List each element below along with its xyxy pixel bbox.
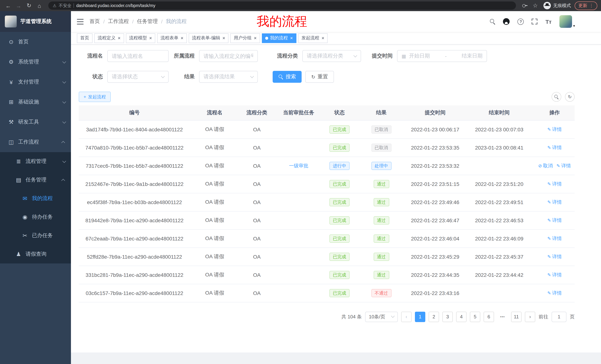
sidebar-item-payment-management[interactable]: ¥支付管理 <box>0 72 71 92</box>
address-bar[interactable]: ⚠ 不安全 dashboard.yudao.iocoder.cn/bpm/tas… <box>48 1 516 10</box>
cell-category: OA <box>239 284 274 302</box>
sidebar-item-infrastructure[interactable]: ⊞基础设施 <box>0 92 71 112</box>
cell-actions: ✎详情 <box>534 248 575 266</box>
browser-menu-icon[interactable]: ⋮ <box>589 3 594 8</box>
detail-link[interactable]: ✎详情 <box>547 271 562 278</box>
search-button[interactable]: 搜索 <box>273 71 302 83</box>
detail-link[interactable]: ✎详情 <box>547 217 562 224</box>
back-icon[interactable]: ← <box>4 1 13 10</box>
tab-process-form[interactable]: 流程表单× <box>157 33 187 43</box>
detail-link[interactable]: ✎详情 <box>547 181 562 187</box>
update-button[interactable]: 更新 ⋮ <box>575 1 597 10</box>
hamburger-icon[interactable] <box>77 19 84 24</box>
sidebar-item-workflow[interactable]: ◫工作流程 <box>0 132 71 152</box>
tab-label: 流程定义 <box>98 35 116 41</box>
page-size-select[interactable]: 10条/页 <box>365 312 398 322</box>
detail-link[interactable]: ✎详情 <box>547 290 562 296</box>
prev-page-button[interactable]: ‹ <box>401 312 411 322</box>
close-icon[interactable]: × <box>290 36 293 40</box>
tab-start-process[interactable]: 发起流程× <box>298 33 328 43</box>
tab-process-form-edit[interactable]: 流程表单-编辑× <box>189 33 229 43</box>
pager-button-4[interactable]: 4 <box>456 312 467 322</box>
github-icon[interactable] <box>503 18 510 25</box>
close-icon[interactable]: × <box>222 36 225 40</box>
cell-category: OA <box>239 157 274 175</box>
task-link[interactable]: 一级审批 <box>289 163 308 168</box>
tab-user-group[interactable]: 用户分组× <box>230 33 260 43</box>
sidebar-item-label: 请假查询 <box>26 251 65 258</box>
cell-end-time: 2022-01-22 23:44:42 <box>464 266 534 284</box>
pager-button-3[interactable]: 3 <box>442 312 453 322</box>
sidebar-item-done-tasks[interactable]: ✂已办任务 <box>0 226 71 245</box>
tab-my-process[interactable]: 我的流程× <box>262 33 296 43</box>
bookmark-star-icon[interactable]: ☆ <box>531 1 540 10</box>
font-size-icon[interactable]: Tᴛ <box>545 18 551 25</box>
process-def-input[interactable] <box>199 50 258 62</box>
breadcrumb-item[interactable]: 首页 <box>90 18 100 25</box>
close-icon[interactable]: × <box>149 36 152 40</box>
create-process-label: 发起流程 <box>88 94 106 100</box>
cell-result: 已取消 <box>356 138 406 157</box>
detail-link[interactable]: ✎详情 <box>547 253 562 260</box>
sidebar-item-dev-tools[interactable]: ⚒研发工具 <box>0 112 71 132</box>
detail-link[interactable]: ✎详情 <box>547 126 562 133</box>
chevron-down-icon <box>62 80 66 83</box>
close-icon[interactable]: × <box>118 36 120 40</box>
detail-link[interactable]: ✎详情 <box>547 235 562 242</box>
browser-toolbar: ← → ↻ ⌂ ⚠ 不安全 dashboard.yudao.iocoder.cn… <box>0 0 601 11</box>
reload-icon[interactable]: ↻ <box>25 1 33 10</box>
result-select[interactable]: 请选择流结果 <box>199 71 258 83</box>
date-range-picker[interactable]: ▦ 开始日期 - 结束日期 <box>397 50 487 62</box>
fullscreen-icon[interactable] <box>532 19 538 25</box>
sidebar-item-my-process[interactable]: ✉我的流程 <box>0 189 71 208</box>
cancel-link[interactable]: ⊘取消 <box>538 162 553 169</box>
refresh-button[interactable]: ↻ <box>565 92 575 102</box>
eye-icon: ◉ <box>21 214 29 220</box>
home-icon[interactable]: ⌂ <box>35 1 44 10</box>
pager-button-6[interactable]: 6 <box>484 312 494 322</box>
tab-process-definition[interactable]: 流程定义× <box>94 33 124 43</box>
divider <box>74 3 74 8</box>
sidebar-item-leave-query[interactable]: ♟请假查询 <box>0 245 71 263</box>
cell-result: 通过 <box>356 229 406 248</box>
sidebar-item-todo-tasks[interactable]: ◉待办任务 <box>0 208 71 226</box>
breadcrumb-item[interactable]: 工作流程 <box>108 18 129 25</box>
breadcrumb-item[interactable]: 任务管理 <box>137 18 158 25</box>
pager-button-1[interactable]: 1 <box>415 312 425 322</box>
sidebar-item-task-management[interactable]: ▤任务管理 <box>0 171 71 189</box>
close-icon[interactable]: × <box>254 36 257 40</box>
forward-icon[interactable]: → <box>14 1 23 10</box>
sidebar-item-process-management[interactable]: ≣流程管理 <box>0 152 71 171</box>
detail-link[interactable]: ✎详情 <box>547 199 562 205</box>
password-key-icon[interactable] <box>521 1 529 10</box>
goto-page-input[interactable] <box>551 312 566 322</box>
close-icon[interactable]: × <box>321 36 324 40</box>
pager-button-2[interactable]: 2 <box>429 312 439 322</box>
logo[interactable]: 芋道管理系统 <box>0 11 71 32</box>
cell-submit-time: 2022-01-22 23:46:04 <box>406 229 464 248</box>
pager-more-button[interactable]: ••• <box>497 312 508 322</box>
cell-process-name: OA 请假 <box>190 193 239 211</box>
search-toggle-button[interactable] <box>551 92 561 102</box>
search-icon[interactable] <box>490 19 495 24</box>
detail-link[interactable]: ✎详情 <box>556 162 571 169</box>
user-menu[interactable]: ▾ <box>559 15 575 28</box>
create-process-button[interactable]: + 发起流程 <box>79 92 111 102</box>
help-icon[interactable]: ? <box>518 18 524 25</box>
category-select[interactable]: 请选择流程分类 <box>302 50 361 62</box>
next-page-button[interactable]: › <box>525 312 535 322</box>
sidebar-item-home[interactable]: ⊙首页 <box>0 32 71 52</box>
tab-process-model[interactable]: 流程模型× <box>126 33 155 43</box>
process-name-input[interactable] <box>107 50 169 62</box>
detail-link[interactable]: ✎详情 <box>547 144 562 151</box>
table-body: 3ad174fb-7b9d-11ec-8404-acde48001122OA 请… <box>79 120 575 302</box>
sidebar-item-system-management[interactable]: ⚙系统管理 <box>0 52 71 72</box>
pager-button-5[interactable]: 5 <box>470 312 480 322</box>
cell-end-time: 2022-01-22 23:46:53 <box>464 211 534 229</box>
incognito-label: 无痕模式 <box>553 2 571 9</box>
pager-button-11[interactable]: 11 <box>511 312 521 322</box>
reset-button[interactable]: ↻ 重置 <box>305 71 334 83</box>
close-icon[interactable]: × <box>180 36 183 40</box>
tab-home[interactable]: 首页 <box>77 33 92 43</box>
status-select[interactable]: 请选择状态 <box>107 71 169 83</box>
